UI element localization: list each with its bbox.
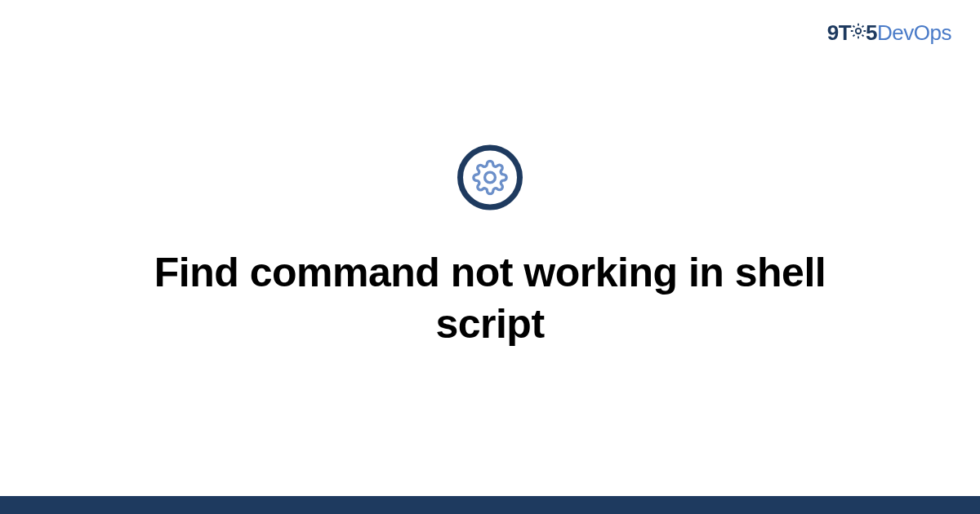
logo-text-5: 5 xyxy=(866,20,877,45)
logo-gear-icon xyxy=(849,20,867,46)
page-title: Find command not working in shell script xyxy=(114,247,866,349)
logo-text-devops: DevOps xyxy=(877,20,951,45)
gear-icon-circle xyxy=(457,145,523,210)
site-logo: 9T 5DevOps xyxy=(827,20,951,47)
logo-text-9t: 9T xyxy=(827,20,851,45)
gear-icon xyxy=(472,160,508,196)
main-content: Find command not working in shell script xyxy=(0,145,980,349)
footer-bar xyxy=(0,496,980,514)
svg-point-0 xyxy=(856,28,861,33)
